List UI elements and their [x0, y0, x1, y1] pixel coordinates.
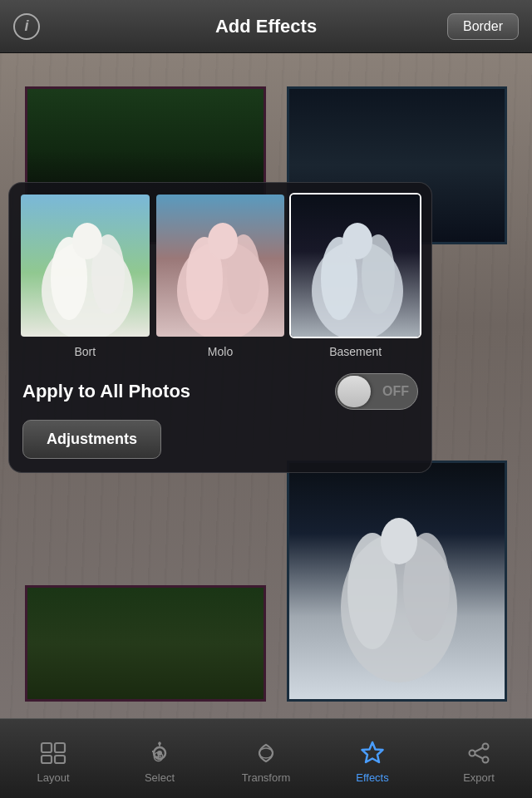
effects-icon	[359, 740, 386, 766]
export-icon	[466, 740, 492, 766]
tab-effects-label: Effects	[356, 771, 389, 784]
thumb-pink[interactable]	[155, 193, 287, 338]
svg-point-11	[208, 223, 238, 259]
photo-bottom-left[interactable]	[25, 585, 266, 702]
adjustments-button[interactable]: Adjustments	[22, 420, 161, 459]
tab-select[interactable]: ⊕ Select	[106, 719, 213, 798]
tab-layout[interactable]: Layout	[0, 719, 106, 798]
tab-layout-label: Layout	[37, 771, 69, 784]
transform-icon	[253, 740, 279, 766]
canvas-area: Bort Molo Basement Apply to All Photos O…	[0, 53, 532, 735]
border-button[interactable]: Border	[447, 13, 519, 40]
tab-transform[interactable]: Transform	[213, 719, 319, 798]
svg-point-15	[342, 223, 372, 259]
svg-point-27	[483, 757, 489, 763]
svg-point-7	[72, 223, 102, 259]
info-button[interactable]: i	[13, 13, 40, 40]
thumb2-statue-svg	[156, 195, 285, 337]
tab-effects[interactable]: Effects	[319, 719, 426, 798]
svg-line-29	[475, 755, 483, 759]
layout-icon	[40, 740, 66, 766]
apply-all-text: Apply to All Photos	[22, 381, 322, 402]
thumb-label-0: Bort	[19, 345, 151, 358]
svg-point-26	[483, 744, 489, 750]
tab-transform-label: Transform	[242, 771, 291, 784]
svg-text:⊕: ⊕	[152, 748, 165, 765]
select-icon: ⊕	[146, 740, 173, 766]
svg-line-28	[475, 748, 483, 752]
photo-bottom-right[interactable]	[287, 461, 507, 702]
page-title: Add Effects	[215, 16, 317, 37]
statue-svg	[289, 463, 505, 699]
svg-rect-17	[55, 743, 65, 752]
svg-rect-18	[42, 756, 52, 763]
svg-point-25	[470, 751, 475, 756]
tab-export-label: Export	[463, 771, 495, 784]
thumb-dark[interactable]	[289, 193, 421, 338]
popup-panel: Bort Molo Basement Apply to All Photos O…	[8, 182, 432, 473]
svg-rect-19	[55, 756, 65, 763]
tab-bar: Layout ⊕ Select Transform Effec	[0, 718, 532, 798]
svg-marker-24	[362, 742, 383, 762]
toggle-state-label: OFF	[382, 384, 409, 399]
thumb3-statue-svg	[291, 195, 420, 337]
thumb-label-1: Molo	[155, 345, 287, 358]
thumb1-statue-svg	[21, 195, 150, 337]
svg-rect-16	[42, 743, 52, 752]
thumbnails-row	[9, 183, 431, 338]
thumb-label-2: Basement	[289, 345, 421, 358]
svg-point-3	[381, 518, 417, 564]
apply-row: Apply to All Photos OFF	[9, 358, 431, 420]
toggle-apply-all[interactable]: OFF	[335, 373, 418, 410]
tab-export[interactable]: Export	[426, 719, 532, 798]
toggle-knob	[337, 376, 371, 407]
tab-select-label: Select	[145, 771, 175, 784]
photo-greenery-content	[27, 588, 264, 699]
header: i Add Effects Border	[0, 0, 532, 53]
labels-row: Bort Molo Basement	[9, 338, 431, 358]
adjustments-row: Adjustments	[9, 420, 431, 472]
thumb-original[interactable]	[19, 193, 151, 338]
